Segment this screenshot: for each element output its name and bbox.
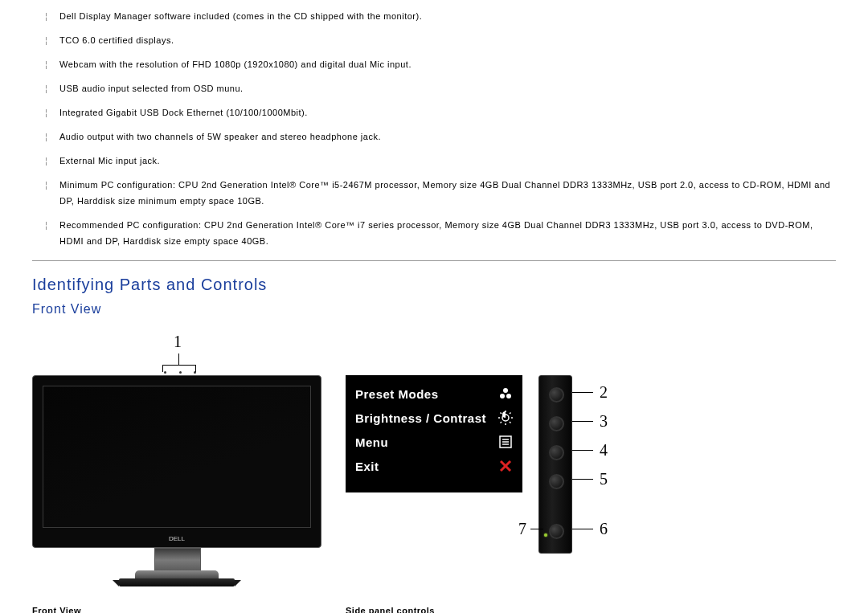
svg-line-11	[501, 422, 502, 423]
power-button[interactable]	[549, 524, 564, 539]
svg-line-9	[510, 422, 511, 423]
osd-label: Preset Modes	[355, 387, 439, 401]
dell-logo: DELL	[169, 535, 185, 542]
osd-label: Exit	[355, 460, 379, 473]
brightness-icon	[498, 411, 513, 425]
feature-item: USB audio input selected from OSD munu.	[45, 80, 836, 96]
feature-item: Recommended PC configuration: CPU 2nd Ge…	[45, 217, 836, 249]
callout-line	[572, 450, 593, 451]
osd-menu-row: Menu	[346, 430, 522, 454]
monitor-body: DELL	[32, 375, 321, 548]
callout-line	[572, 479, 593, 480]
osd-preset-row: Preset Modes	[346, 382, 522, 406]
menu-icon	[498, 435, 513, 449]
feature-item: External Mic input jack.	[45, 153, 836, 169]
callout-line	[572, 392, 593, 393]
callout-line	[572, 529, 593, 529]
feature-item: TCO 6.0 certified displays.	[45, 32, 836, 48]
side-bezel	[538, 375, 572, 554]
bezel-button[interactable]	[549, 387, 564, 403]
osd-menu: Preset Modes Brightness / Contrast Menu …	[346, 375, 522, 492]
subsection-heading: Front View	[32, 302, 836, 317]
osd-brightness-row: Brightness / Contrast	[346, 406, 522, 430]
bezel-button[interactable]	[549, 445, 564, 460]
osd-exit-row: Exit	[346, 454, 522, 478]
side-panel-diagram: Preset Modes Brightness / Contrast Menu …	[346, 375, 667, 613]
feature-item: Minimum PC configuration: CPU 2nd Genera…	[45, 177, 836, 209]
callout-line	[530, 529, 543, 529]
bezel-button[interactable]	[549, 416, 564, 431]
callout-line	[572, 421, 593, 422]
feature-list: Dell Display Manager software included (…	[32, 8, 836, 249]
diagram-area: 1 DELL Front View Preset Modes Brightnes…	[32, 333, 836, 613]
front-view-diagram: 1 DELL Front View	[32, 333, 321, 613]
feature-item: Audio output with two channels of 5W spe…	[45, 129, 836, 145]
section-heading: Identifying Parts and Controls	[32, 276, 836, 294]
side-panel-caption: Side panel controls	[346, 606, 435, 613]
preset-icon	[498, 386, 513, 401]
callout-7: 7	[518, 520, 527, 538]
callout-5: 5	[600, 470, 608, 488]
svg-line-8	[501, 413, 502, 415]
callout-1: 1	[174, 333, 182, 351]
feature-item: Dell Display Manager software included (…	[45, 8, 836, 24]
callout-4: 4	[600, 441, 608, 460]
svg-point-1	[500, 394, 505, 398]
monitor-hinge	[135, 570, 219, 578]
power-led	[544, 533, 547, 537]
monitor-base	[119, 578, 235, 586]
mic-dots	[164, 371, 196, 374]
exit-icon	[498, 459, 513, 473]
osd-label: Menu	[355, 435, 388, 449]
callout-2: 2	[600, 383, 608, 402]
feature-item: Webcam with the resolution of FHD 1080p …	[45, 56, 836, 72]
front-view-caption: Front View	[32, 606, 81, 613]
feature-item: Integrated Gigabit USB Dock Ethernet (10…	[45, 104, 836, 121]
osd-label: Brightness / Contrast	[355, 411, 486, 425]
svg-line-10	[510, 413, 511, 415]
monitor-neck	[154, 548, 201, 572]
bezel-button[interactable]	[549, 474, 564, 489]
monitor-screen	[43, 386, 311, 528]
callout-6: 6	[600, 520, 608, 538]
callout-3: 3	[600, 412, 608, 431]
divider	[32, 260, 836, 261]
callout-line	[178, 353, 179, 365]
svg-point-2	[506, 394, 511, 398]
svg-point-0	[503, 388, 508, 393]
